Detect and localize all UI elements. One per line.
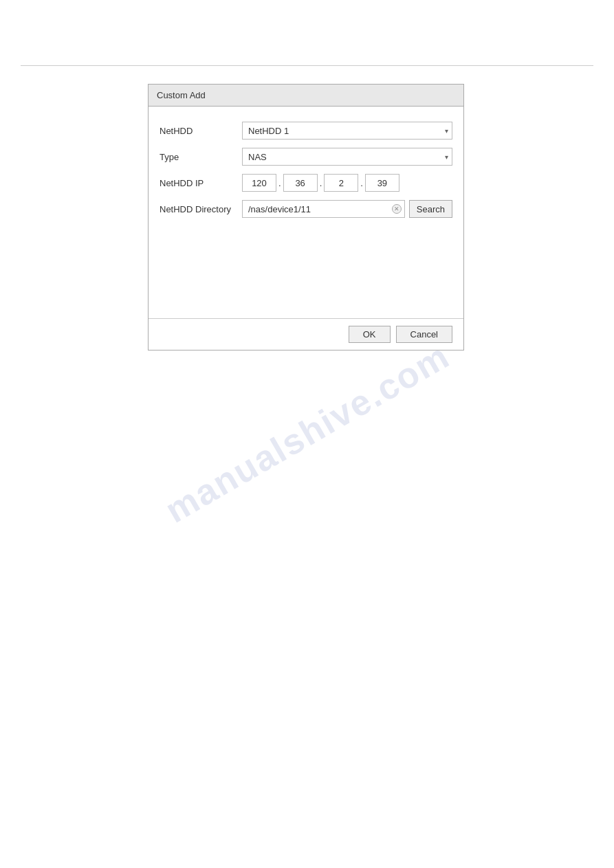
ip-dot-3: .	[358, 178, 365, 188]
ip-input-group: . . .	[242, 174, 452, 192]
nethdd-row: NetHDD NetHDD 1 NetHDD 2 NetHDD 3 ▾	[149, 118, 463, 144]
watermark: manualshive.com	[158, 335, 457, 531]
cancel-button[interactable]: Cancel	[396, 326, 452, 343]
dialog-title: Custom Add	[157, 90, 206, 100]
nethdd-ip-control: . . .	[242, 174, 452, 192]
ip-dot-2: .	[318, 178, 325, 188]
custom-add-dialog: Custom Add NetHDD NetHDD 1 NetHDD 2 NetH…	[148, 84, 464, 350]
directory-input-wrapper: ✕	[242, 200, 405, 218]
type-select[interactable]: NAS IP SAN	[242, 148, 452, 166]
dialog-header: Custom Add	[149, 85, 463, 107]
type-label: Type	[160, 152, 242, 162]
nethdd-select[interactable]: NetHDD 1 NetHDD 2 NetHDD 3	[242, 122, 452, 140]
ok-button[interactable]: OK	[349, 326, 391, 343]
dialog-body: NetHDD NetHDD 1 NetHDD 2 NetHDD 3 ▾ Type	[149, 107, 463, 318]
dialog-spacer	[149, 222, 463, 318]
nethdd-ip-label: NetHDD IP	[160, 178, 242, 188]
nethdd-select-wrapper: NetHDD 1 NetHDD 2 NetHDD 3 ▾	[242, 122, 452, 140]
ip-segment-4[interactable]	[365, 174, 399, 192]
nethdd-directory-row: NetHDD Directory ✕ Search	[149, 196, 463, 222]
nethdd-label: NetHDD	[160, 126, 242, 136]
ip-segment-2[interactable]	[283, 174, 318, 192]
ip-segment-3[interactable]	[324, 174, 358, 192]
nethdd-directory-label: NetHDD Directory	[160, 204, 242, 214]
search-button[interactable]: Search	[409, 200, 452, 218]
dialog-footer: OK Cancel	[149, 319, 463, 350]
nethdd-ip-row: NetHDD IP . . .	[149, 170, 463, 196]
directory-wrapper: ✕ Search	[242, 200, 452, 218]
nethdd-control: NetHDD 1 NetHDD 2 NetHDD 3 ▾	[242, 122, 452, 140]
page-divider	[21, 65, 593, 66]
nethdd-directory-control: ✕ Search	[242, 200, 452, 218]
type-control: NAS IP SAN ▾	[242, 148, 452, 166]
directory-input[interactable]	[242, 200, 405, 218]
clear-icon[interactable]: ✕	[392, 204, 402, 214]
ip-segment-1[interactable]	[242, 174, 276, 192]
type-row: Type NAS IP SAN ▾	[149, 144, 463, 170]
ip-dot-1: .	[276, 178, 283, 188]
type-select-wrapper: NAS IP SAN ▾	[242, 148, 452, 166]
